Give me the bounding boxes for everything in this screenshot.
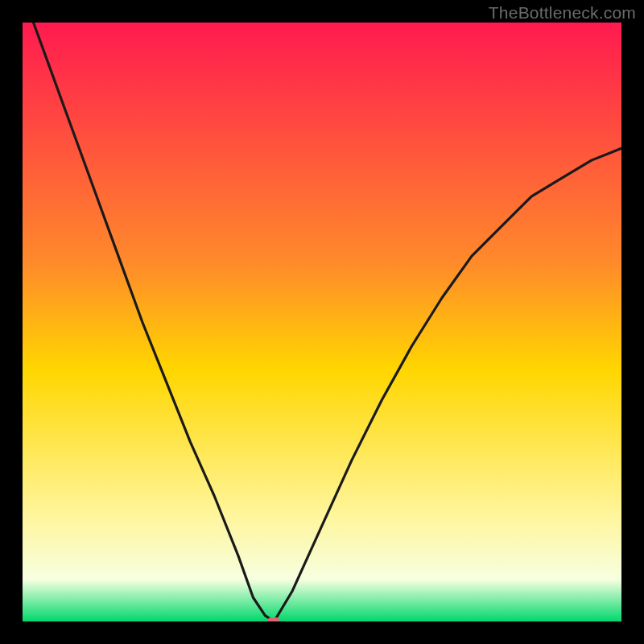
optimal-point-marker xyxy=(267,617,280,621)
bottleneck-curve xyxy=(23,23,621,621)
chart-frame: TheBottleneck.com xyxy=(0,0,644,644)
watermark-text: TheBottleneck.com xyxy=(489,3,636,23)
plot-area xyxy=(23,23,621,621)
